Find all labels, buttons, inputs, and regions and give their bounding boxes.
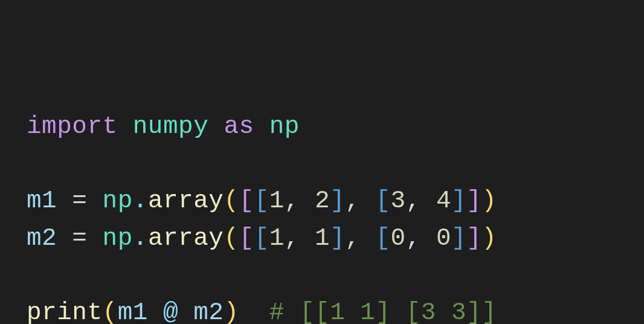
bracket-close: ]: [451, 187, 466, 215]
equals: =: [72, 224, 87, 252]
dot: .: [133, 224, 148, 252]
dot: .: [133, 187, 148, 215]
comma: ,: [285, 224, 300, 252]
comma: ,: [345, 187, 360, 215]
var-m1: m1: [118, 299, 148, 325]
number: 0: [436, 224, 451, 252]
number: 3: [391, 187, 406, 215]
number: 1: [269, 224, 285, 252]
bracket-close: ]: [466, 187, 481, 215]
module-name: numpy: [133, 112, 209, 140]
comma: ,: [285, 187, 300, 215]
bracket-close: ]: [451, 224, 466, 252]
bracket-open: [: [254, 187, 269, 215]
alias: np: [269, 112, 300, 140]
number: 2: [315, 187, 330, 215]
bracket-close: ]: [466, 224, 481, 252]
keyword-import: import: [27, 112, 118, 140]
bracket-open: [: [254, 224, 269, 252]
var-m2: m2: [193, 299, 224, 325]
at-operator: @: [163, 299, 178, 325]
bracket-close: ]: [330, 187, 345, 215]
number: 0: [391, 224, 406, 252]
paren-close: ): [481, 187, 497, 215]
paren-close: ): [224, 299, 239, 325]
fn-array: array: [148, 187, 224, 215]
paren-close: ): [481, 224, 497, 252]
var-m1: m1: [27, 187, 57, 215]
comment: # [[1 1] [3 3]]: [269, 299, 497, 325]
code-line-1: import numpy as np: [27, 112, 300, 140]
code-block: import numpy as np m1 = np.array([[1, 2]…: [27, 108, 617, 324]
number: 4: [436, 187, 451, 215]
paren-open: (: [224, 224, 239, 252]
code-line-6: print(m1 @ m2) # [[1 1] [3 3]]: [27, 299, 497, 325]
namespace: np: [103, 187, 133, 215]
var-m2: m2: [27, 224, 57, 252]
bracket-open: [: [239, 187, 254, 215]
paren-open: (: [103, 299, 118, 325]
comma: ,: [345, 224, 360, 252]
paren-open: (: [224, 187, 239, 215]
number: 1: [315, 224, 330, 252]
code-line-4: m2 = np.array([[1, 1], [0, 0]]): [27, 224, 497, 252]
equals: =: [72, 187, 87, 215]
code-line-3: m1 = np.array([[1, 2], [3, 4]]): [27, 187, 497, 215]
comma: ,: [406, 187, 421, 215]
comma: ,: [406, 224, 421, 252]
fn-print: print: [27, 299, 103, 325]
bracket-open: [: [376, 224, 391, 252]
bracket-close: ]: [330, 224, 345, 252]
namespace: np: [103, 224, 133, 252]
bracket-open: [: [239, 224, 254, 252]
bracket-open: [: [376, 187, 391, 215]
fn-array: array: [148, 224, 224, 252]
keyword-as: as: [224, 112, 254, 140]
number: 1: [269, 187, 285, 215]
